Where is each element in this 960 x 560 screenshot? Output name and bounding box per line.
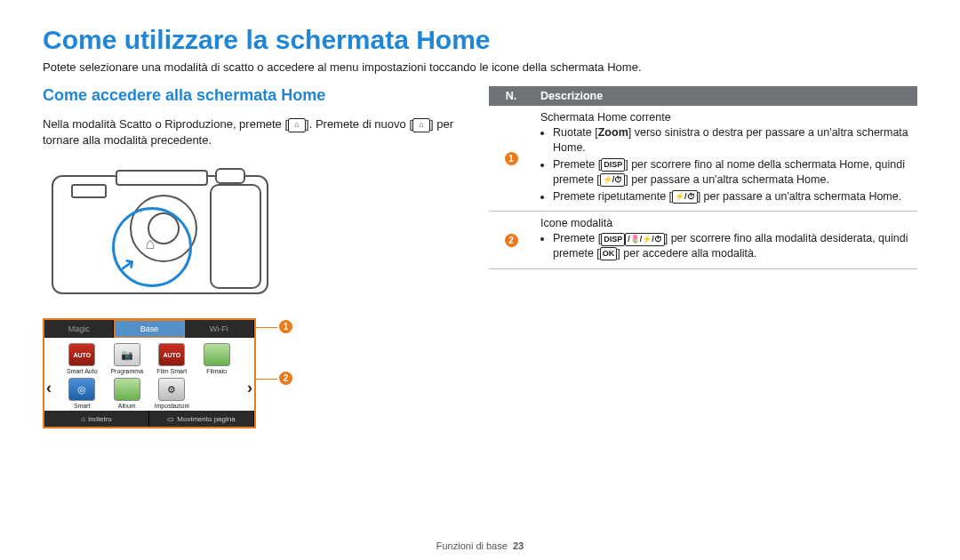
app-filmato[interactable]: Filmato <box>197 343 237 374</box>
zoom-label: Zoom <box>598 126 628 139</box>
description-table: N. Descrizione 1 Schermata Home corrente… <box>489 86 917 269</box>
callout-line <box>256 327 277 328</box>
page-footer: Funzioni di base 23 <box>0 540 960 551</box>
bottombar-back-label: Indietro <box>88 415 112 423</box>
nav-next-icon[interactable]: › <box>247 379 252 397</box>
nav-prev-icon[interactable]: ‹ <box>46 379 52 397</box>
bottombar-move-label: Movimento pagina <box>177 415 235 423</box>
text: ] per accedere alla modalità. <box>617 247 756 260</box>
disp-icon: DISP <box>601 158 625 172</box>
page-intro: Potete selezionare una modalità di scatt… <box>43 60 917 74</box>
macro-flash-timer-icon: /🌷/⚡/⏱ <box>625 233 665 246</box>
text: ] per passare a un'altra schermata Home. <box>698 190 902 203</box>
tab-base[interactable]: Base <box>114 320 184 338</box>
tab-magic[interactable]: Magic <box>44 320 114 338</box>
callout-line <box>256 379 277 380</box>
text: Premete [ <box>553 232 601 244</box>
zoom-icon: ▭ <box>167 415 174 423</box>
table-row: 2 Icone modalità Premete [DISP/🌷/⚡/⏱] pe… <box>489 212 917 269</box>
app-impostazioni[interactable]: ⚙Impostazioni <box>152 378 192 409</box>
camera-p-icon: 📷 <box>114 343 140 366</box>
app-programma[interactable]: 📷Programma <box>108 343 148 374</box>
camera-auto-icon: AUTO <box>68 343 95 366</box>
row1-bullet: Premete ripetutamente [⚡/⏱] per passare … <box>553 189 910 204</box>
app-smart[interactable]: ◎Smart <box>62 378 102 409</box>
text: Ruotate [ <box>553 126 598 139</box>
app-label: Film Smart <box>156 368 187 374</box>
table-row: 1 Schermata Home corrente Ruotate [Zoom]… <box>489 106 917 212</box>
row2-bullet: Premete [DISP/🌷/⚡/⏱] per scorrere fino a… <box>553 231 910 261</box>
app-label: Impostazioni <box>155 403 189 409</box>
camera-grip <box>210 184 261 289</box>
album-icon <box>114 378 140 401</box>
footer-page-number: 23 <box>513 540 524 551</box>
section-body: Nella modalità Scatto o Riproduzione, pr… <box>43 116 460 148</box>
camera-flash <box>71 184 107 198</box>
app-smart-auto[interactable]: AUTOSmart Auto <box>62 343 102 374</box>
row1-bullet: Ruotate [Zoom] verso sinistra o destra p… <box>553 125 910 156</box>
tab-wifi[interactable]: Wi-Fi <box>185 320 254 338</box>
bottombar-back[interactable]: ⌂Indietro <box>44 411 149 427</box>
home-icon: ⌂ <box>412 118 430 132</box>
app-label: Smart Auto <box>67 368 98 374</box>
camera-shutter <box>215 168 245 184</box>
ok-icon: OK <box>600 247 618 260</box>
gear-icon: ⚙ <box>158 378 185 401</box>
home-button-icon: ⌂ <box>137 230 164 257</box>
home-icon: ⌂ <box>81 415 85 423</box>
row2-title: Icone modalità <box>540 217 910 229</box>
smart-icon: ◎ <box>68 378 95 401</box>
col-n: N. <box>489 86 533 106</box>
page-title: Come utilizzare la schermata Home <box>43 25 917 55</box>
app-label: Smart <box>74 403 91 409</box>
row1-bullet: Premete [DISP] per scorrere fino al nome… <box>553 157 910 188</box>
footer-section: Funzioni di base <box>436 540 508 551</box>
bottombar-movement[interactable]: ▭Movimento pagina <box>149 411 254 427</box>
col-desc: Descrizione <box>533 86 917 106</box>
camera-illustration: ⌂ ➜ <box>43 159 274 306</box>
app-label: Filmato <box>206 368 227 374</box>
flash-timer-icon: ⚡/⏱ <box>672 190 698 204</box>
film-auto-icon: AUTO <box>158 343 185 366</box>
film-icon <box>204 343 230 366</box>
app-film-smart[interactable]: AUTOFilm Smart <box>152 343 192 374</box>
text: Premete [ <box>553 158 601 171</box>
text: ] per passare a un'altra schermata Home. <box>625 173 829 186</box>
text: Premete ripetutamente [ <box>553 190 672 203</box>
app-label: Programma <box>110 368 143 374</box>
callout-number-2: 2 <box>279 372 292 385</box>
row1-title: Schermata Home corrente <box>540 111 910 124</box>
app-label: Album <box>118 403 136 409</box>
callout-number-1: 1 <box>279 320 292 333</box>
camera-top <box>116 170 208 186</box>
flash-timer-icon: ⚡/⏱ <box>600 173 626 187</box>
section-heading: Come accedere alla schermata Home <box>43 86 460 105</box>
body-text-part: ]. Premete di nuovo [ <box>306 117 412 131</box>
row-number-1: 1 <box>505 152 518 165</box>
app-album[interactable]: Album <box>108 378 148 409</box>
row-number-2: 2 <box>505 234 518 247</box>
body-text-part: Nella modalità Scatto o Riproduzione, pr… <box>43 117 288 131</box>
home-icon: ⌂ <box>288 118 306 132</box>
home-screen-mock: Magic Base Wi-Fi ‹ › AUTOSmart Auto 📷Pro… <box>43 318 300 428</box>
disp-icon: DISP <box>601 233 625 246</box>
